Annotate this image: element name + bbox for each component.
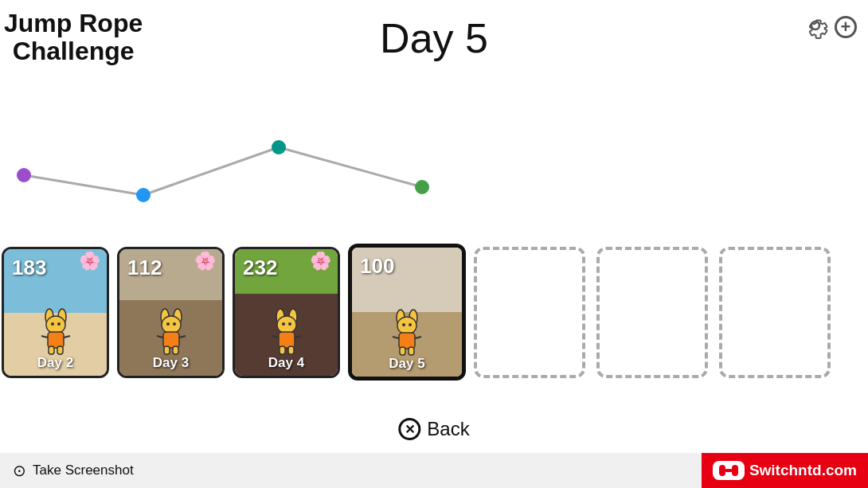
svg-line-43 bbox=[415, 337, 421, 338]
svg-line-42 bbox=[393, 337, 399, 338]
screenshot-label: Take Screenshot bbox=[33, 463, 134, 478]
rabbit-character bbox=[151, 307, 192, 358]
camera-icon: ⊙ bbox=[13, 461, 26, 480]
svg-rect-21 bbox=[173, 346, 178, 354]
svg-point-36 bbox=[397, 317, 416, 334]
svg-point-1 bbox=[136, 188, 151, 202]
jump-count: 112 bbox=[127, 256, 162, 280]
svg-point-8 bbox=[57, 322, 61, 326]
svg-rect-46 bbox=[732, 465, 738, 476]
day-card-4[interactable]: 🌸 232 Day 4 bbox=[233, 247, 340, 378]
jump-count: 232 bbox=[243, 256, 277, 280]
svg-line-12 bbox=[41, 336, 48, 338]
gear-icon[interactable] bbox=[801, 11, 830, 43]
plus-icon[interactable]: + bbox=[835, 16, 857, 38]
day-label: Day 3 bbox=[153, 355, 189, 371]
svg-point-16 bbox=[162, 316, 181, 334]
svg-point-2 bbox=[272, 140, 286, 154]
svg-rect-10 bbox=[49, 346, 54, 354]
settings-area: + bbox=[801, 11, 857, 43]
svg-rect-9 bbox=[48, 332, 64, 348]
day-heading: Day 5 bbox=[380, 14, 488, 62]
svg-point-18 bbox=[173, 322, 176, 326]
day-label: Day 4 bbox=[268, 355, 304, 371]
nintendo-badge-text: Switchntd.com bbox=[749, 462, 857, 479]
svg-point-28 bbox=[288, 322, 291, 326]
svg-point-27 bbox=[282, 322, 285, 326]
svg-rect-39 bbox=[399, 333, 415, 349]
svg-rect-20 bbox=[164, 346, 170, 354]
svg-point-38 bbox=[409, 323, 412, 326]
rabbit-character bbox=[266, 307, 307, 358]
svg-point-37 bbox=[402, 323, 405, 326]
svg-point-0 bbox=[17, 168, 31, 182]
svg-rect-45 bbox=[719, 465, 725, 476]
svg-rect-30 bbox=[280, 346, 285, 354]
svg-point-26 bbox=[277, 316, 296, 334]
svg-line-23 bbox=[179, 336, 186, 338]
svg-rect-11 bbox=[57, 346, 63, 354]
flower-badge: 🌸 bbox=[310, 251, 331, 271]
back-label: Back bbox=[427, 418, 469, 440]
svg-line-32 bbox=[272, 336, 279, 338]
x-button-icon: ✕ bbox=[398, 418, 420, 440]
empty-card-1 bbox=[474, 247, 585, 378]
nintendo-switch-logo bbox=[713, 461, 745, 480]
svg-line-33 bbox=[295, 336, 301, 338]
cards-row: 🌸 183 Day 2 🌸 112 bbox=[0, 247, 868, 381]
svg-line-13 bbox=[64, 336, 70, 338]
back-button[interactable]: ✕ Back bbox=[398, 418, 469, 440]
svg-rect-31 bbox=[288, 346, 294, 354]
svg-point-17 bbox=[166, 322, 170, 326]
day-card-3[interactable]: 🌸 112 Day 3 bbox=[117, 247, 225, 378]
screenshot-button[interactable]: ⊙ Take Screenshot bbox=[0, 461, 134, 480]
app-title: Jump RopeChallenge bbox=[4, 10, 143, 65]
bottom-bar: ⊙ Take Screenshot Switchntd.com bbox=[0, 453, 868, 488]
empty-card-3 bbox=[719, 247, 831, 378]
svg-line-22 bbox=[157, 336, 163, 338]
rabbit-character bbox=[35, 307, 76, 358]
svg-point-3 bbox=[415, 180, 429, 194]
svg-rect-47 bbox=[725, 469, 732, 472]
empty-card-2 bbox=[596, 247, 708, 378]
flower-badge: 🌸 bbox=[194, 251, 216, 271]
day-label: Day 5 bbox=[389, 356, 424, 372]
svg-rect-41 bbox=[409, 347, 414, 355]
svg-point-6 bbox=[46, 316, 65, 334]
jump-count: 100 bbox=[360, 254, 394, 279]
jump-count: 183 bbox=[12, 256, 46, 280]
svg-rect-19 bbox=[163, 332, 179, 348]
day-card-2[interactable]: 🌸 183 Day 2 bbox=[2, 247, 109, 378]
rabbit-character bbox=[386, 308, 428, 359]
day-label: Day 2 bbox=[37, 355, 73, 371]
day-card-5[interactable]: 100 Day 5 bbox=[348, 244, 466, 381]
svg-rect-40 bbox=[400, 347, 405, 355]
svg-rect-29 bbox=[279, 332, 295, 348]
svg-point-7 bbox=[51, 322, 54, 326]
flower-badge: 🌸 bbox=[79, 251, 100, 271]
chart-area bbox=[0, 103, 868, 223]
nintendo-badge: Switchntd.com bbox=[702, 453, 868, 488]
